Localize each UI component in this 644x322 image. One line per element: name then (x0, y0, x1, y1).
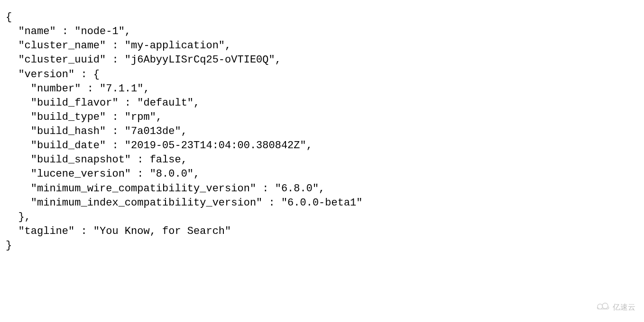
code-line: "lucene_version" : "8.0.0", (6, 168, 200, 180)
code-line: "number" : "7.1.1", (6, 83, 150, 95)
code-line: "build_hash" : "7a013de", (6, 125, 187, 137)
cloud-icon (596, 301, 611, 313)
svg-point-1 (602, 303, 608, 309)
code-line: "minimum_wire_compatibility_version" : "… (6, 183, 325, 195)
code-line: "cluster_name" : "my-application", (6, 40, 231, 52)
code-line: "cluster_uuid" : "j6AbyyLISrCq25-oVTIE0Q… (6, 54, 281, 66)
code-line: "build_date" : "2019-05-23T14:04:00.3808… (6, 140, 313, 152)
code-line: "version" : { (6, 69, 100, 80)
code-line: { (6, 11, 12, 23)
code-line: "minimum_index_compatibility_version" : … (6, 197, 363, 209)
code-line: "tagline" : "You Know, for Search" (6, 225, 231, 237)
watermark: 亿速云 (596, 301, 635, 313)
code-line: } (6, 240, 12, 251)
code-line: "build_snapshot" : false, (6, 154, 187, 166)
code-line: "name" : "node-1", (6, 26, 131, 37)
code-line: }, (6, 211, 31, 223)
json-code-block: { "name" : "node-1", "cluster_name" : "m… (6, 10, 638, 253)
code-line: "build_flavor" : "default", (6, 97, 200, 109)
watermark-text: 亿速云 (613, 302, 635, 313)
svg-point-0 (598, 304, 603, 309)
code-line: "build_type" : "rpm", (6, 111, 162, 123)
